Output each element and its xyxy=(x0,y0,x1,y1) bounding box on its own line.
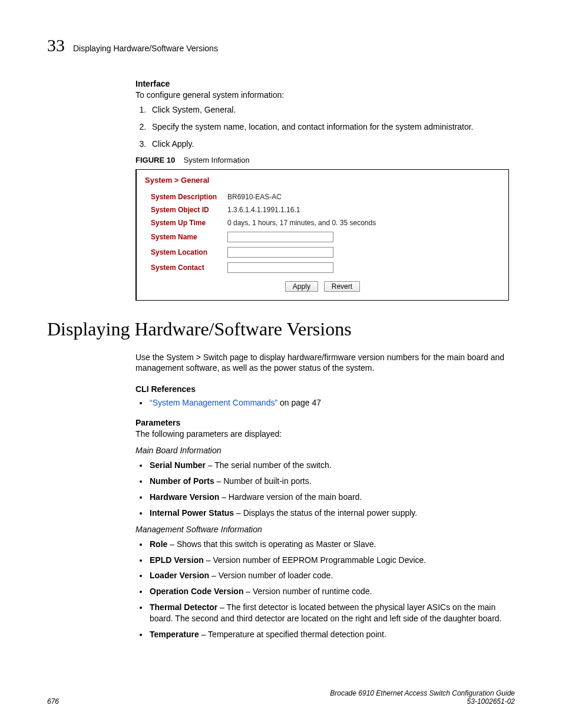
list-item: Specify the system name, location, and c… xyxy=(148,121,509,133)
cli-references-heading: CLI References xyxy=(135,384,509,394)
running-title: Displaying Hardware/Software Versions xyxy=(73,44,218,53)
label-system-contact: System Contact xyxy=(145,263,227,272)
list-item: Temperature – Temperature at specified t… xyxy=(148,629,509,640)
cli-link[interactable]: “System Management Commands” xyxy=(150,398,277,407)
system-contact-input[interactable] xyxy=(227,262,333,273)
row-system-name: System Name xyxy=(145,232,500,242)
breadcrumb: System > General xyxy=(145,176,500,185)
apply-button[interactable]: Apply xyxy=(285,281,318,292)
value-system-description: BR6910-EAS-AC xyxy=(227,193,282,201)
label-system-object-id: System Object ID xyxy=(145,206,227,214)
page-header: 33 Displaying Hardware/Software Versions xyxy=(47,35,515,55)
list-item: Hardware Version – Hardware version of t… xyxy=(148,492,509,503)
interface-heading: Interface xyxy=(135,79,509,88)
list-item: EPLD Version – Version number of EEPROM … xyxy=(148,555,509,566)
page-footer: 676 Brocade 6910 Ethernet Access Switch … xyxy=(47,689,515,706)
list-item: Click Apply. xyxy=(148,139,509,150)
section-title: Displaying Hardware/Software Versions xyxy=(47,318,515,340)
system-name-input[interactable] xyxy=(227,232,333,242)
label-system-description: System Description xyxy=(145,193,227,201)
mgmt-software-list: Role – Shows that this switch is operati… xyxy=(148,539,509,640)
row-system-location: System Location xyxy=(145,247,500,258)
footer-doc-number: 53-1002651-02 xyxy=(330,697,515,706)
cli-references-list: “System Management Commands” on page 47 xyxy=(148,397,509,409)
page-number: 676 xyxy=(47,697,59,706)
row-system-description: System Description BR6910-EAS-AC xyxy=(145,193,500,201)
label-system-location: System Location xyxy=(145,248,227,256)
list-item: Thermal Detector – The first detector is… xyxy=(148,602,509,624)
parameters-heading: Parameters xyxy=(135,418,509,427)
list-item: Serial Number – The serial number of the… xyxy=(148,460,509,471)
figure-title: System Information xyxy=(184,156,250,164)
chapter-number: 33 xyxy=(47,35,65,55)
interface-steps: Click System, General. Specify the syste… xyxy=(148,104,509,150)
content-block-section: Use the System > Switch page to display … xyxy=(135,352,509,640)
list-item: Loader Version – Version number of loade… xyxy=(148,570,509,581)
list-item: Internal Power Status – Displays the sta… xyxy=(148,508,509,519)
figure-caption: FIGURE 10 System Information xyxy=(135,156,509,164)
main-board-list: Serial Number – The serial number of the… xyxy=(148,460,509,519)
section-intro: Use the System > Switch page to display … xyxy=(135,352,509,374)
revert-button[interactable]: Revert xyxy=(324,281,360,292)
list-item: Click System, General. xyxy=(148,104,509,116)
value-system-uptime: 0 days, 1 hours, 17 minutes, and 0. 35 s… xyxy=(227,219,376,227)
list-item: Role – Shows that this switch is operati… xyxy=(148,539,509,550)
figure-button-row: Apply Revert xyxy=(145,281,500,292)
figure-label: FIGURE 10 xyxy=(135,156,175,164)
interface-intro: To configure general system information: xyxy=(135,90,509,101)
list-item: Number of Ports – Number of built-in por… xyxy=(148,476,509,487)
group-main-board-title: Main Board Information xyxy=(135,446,509,455)
group-mgmt-software-title: Management Software Information xyxy=(135,525,509,534)
row-system-contact: System Contact xyxy=(145,262,500,273)
footer-doc-title: Brocade 6910 Ethernet Access Switch Conf… xyxy=(330,689,515,697)
parameters-intro: The following parameters are displayed: xyxy=(135,429,509,440)
list-item: “System Management Commands” on page 47 xyxy=(148,397,509,409)
figure-panel: System > General System Description BR69… xyxy=(135,169,509,301)
cli-link-suffix: on page 47 xyxy=(277,398,321,407)
label-system-uptime: System Up Time xyxy=(145,219,227,227)
row-system-object-id: System Object ID 1.3.6.1.4.1.1991.1.16.1 xyxy=(145,206,500,214)
row-system-uptime: System Up Time 0 days, 1 hours, 17 minut… xyxy=(145,219,500,227)
list-item: Operation Code Version – Version number … xyxy=(148,586,509,597)
value-system-object-id: 1.3.6.1.4.1.1991.1.16.1 xyxy=(227,206,300,214)
content-block-interface: Interface To configure general system in… xyxy=(135,79,509,301)
label-system-name: System Name xyxy=(145,233,227,241)
system-location-input[interactable] xyxy=(227,247,333,258)
